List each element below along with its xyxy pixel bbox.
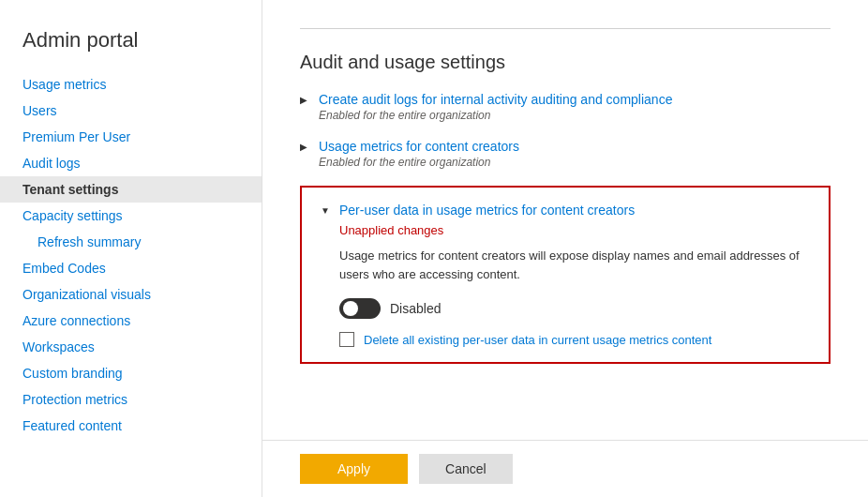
apply-button[interactable]: Apply bbox=[300, 454, 408, 484]
toggle-knob bbox=[343, 301, 358, 316]
sidebar-item-custom-branding[interactable]: Custom branding bbox=[0, 360, 262, 386]
sidebar-item-audit-logs[interactable]: Audit logs bbox=[0, 150, 262, 176]
sidebar-item-users[interactable]: Users bbox=[0, 98, 262, 124]
footer: Apply Cancel bbox=[262, 440, 868, 497]
setting-header-audit-logs-setting[interactable]: ▶ Create audit logs for internal activit… bbox=[300, 92, 831, 107]
highlighted-setting-box: ▼ Per-user data in usage metrics for con… bbox=[300, 186, 831, 364]
toggle-label: Disabled bbox=[390, 301, 441, 316]
content-area: Audit and usage settings ▶ Create audit … bbox=[262, 0, 868, 440]
sidebar-item-tenant-settings[interactable]: Tenant settings bbox=[0, 176, 262, 203]
unapplied-changes-text: Unapplied changes bbox=[321, 223, 810, 237]
disabled-toggle[interactable] bbox=[339, 298, 381, 319]
sidebar-item-capacity-settings[interactable]: Capacity settings bbox=[0, 203, 262, 229]
top-divider bbox=[300, 28, 831, 29]
admin-portal-title: Admin portal bbox=[0, 19, 262, 71]
delete-checkbox[interactable] bbox=[339, 332, 354, 347]
section-title: Audit and usage settings bbox=[300, 52, 831, 73]
sidebar-item-embed-codes[interactable]: Embed Codes bbox=[0, 255, 262, 281]
sidebar-item-refresh-summary[interactable]: Refresh summary bbox=[0, 229, 262, 255]
setting-subtitle-usage-metrics-setting: Enabled for the entire organization bbox=[300, 156, 831, 169]
sidebar-item-premium-per-user[interactable]: Premium Per User bbox=[0, 124, 262, 150]
setting-row-usage-metrics-setting: ▶ Usage metrics for content creators Ena… bbox=[300, 139, 831, 169]
toggle-row: Disabled bbox=[321, 298, 810, 319]
arrow-icon-usage-metrics-setting: ▶ bbox=[300, 142, 311, 152]
setting-title-usage-metrics-setting: Usage metrics for content creators bbox=[319, 139, 519, 154]
setting-title-per-user-data-setting: Per-user data in usage metrics for conte… bbox=[339, 203, 635, 218]
sidebar-item-org-visuals[interactable]: Organizational visuals bbox=[0, 281, 262, 308]
sidebar-item-protection-metrics[interactable]: Protection metrics bbox=[0, 386, 262, 413]
checkbox-label: Delete all existing per-user data in cur… bbox=[364, 333, 711, 347]
main-content: Audit and usage settings ▶ Create audit … bbox=[262, 0, 868, 497]
setting-row-audit-logs-setting: ▶ Create audit logs for internal activit… bbox=[300, 92, 831, 122]
setting-description: Usage metrics for content creators will … bbox=[321, 247, 810, 283]
arrow-icon-audit-logs-setting: ▶ bbox=[300, 95, 311, 105]
arrow-icon-expanded: ▼ bbox=[321, 205, 332, 216]
sidebar: Admin portal Usage metricsUsersPremium P… bbox=[0, 0, 262, 497]
sidebar-item-featured-content[interactable]: Featured content bbox=[0, 413, 262, 439]
sidebar-item-usage-metrics[interactable]: Usage metrics bbox=[0, 71, 262, 98]
setting-title-audit-logs-setting: Create audit logs for internal activity … bbox=[319, 92, 672, 107]
cancel-button[interactable]: Cancel bbox=[419, 454, 513, 484]
sidebar-item-azure-connections[interactable]: Azure connections bbox=[0, 308, 262, 334]
setting-header-per-user-data-setting[interactable]: ▼ Per-user data in usage metrics for con… bbox=[321, 203, 810, 218]
setting-header-usage-metrics-setting[interactable]: ▶ Usage metrics for content creators bbox=[300, 139, 831, 154]
sidebar-item-workspaces[interactable]: Workspaces bbox=[0, 334, 262, 360]
checkbox-row: Delete all existing per-user data in cur… bbox=[321, 332, 810, 347]
setting-subtitle-audit-logs-setting: Enabled for the entire organization bbox=[300, 109, 831, 122]
